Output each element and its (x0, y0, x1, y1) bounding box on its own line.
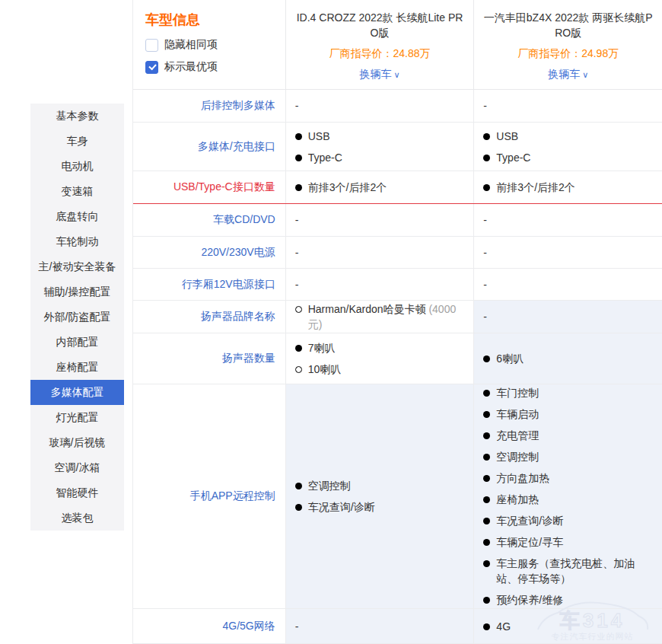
checkbox-label: 隐藏相同项 (164, 38, 218, 52)
spec-text: - (483, 309, 487, 324)
standard-bullet-icon (483, 432, 490, 439)
sidebar-item[interactable]: 座椅配置 (30, 355, 124, 380)
spec-text: - (483, 212, 487, 228)
standard-bullet-icon (483, 560, 490, 567)
row-label[interactable]: 4G/5G网络 (133, 609, 285, 643)
spec-item: - (295, 277, 468, 292)
row-label[interactable]: 行李厢12V电源接口 (133, 269, 285, 300)
spec-text: - (295, 212, 299, 228)
spec-item: - (483, 277, 656, 292)
spec-text: 6喇叭 (496, 351, 524, 366)
sidebar-item[interactable]: 底盘转向 (30, 204, 124, 229)
row-label[interactable]: 手机APP远程控制 (133, 384, 285, 608)
table-row: 220V/230V电源-- (133, 237, 662, 269)
table-header: 车型信息 隐藏相同项 标示最优项 ID.4 CROZZ 2022款 长续航Lit… (133, 0, 662, 90)
spec-item: 空调控制 (483, 449, 656, 464)
sidebar-item[interactable]: 基本参数 (30, 104, 124, 129)
spec-item: 4G (483, 619, 656, 634)
row-label[interactable]: 220V/230V电源 (133, 237, 285, 268)
spec-item: USB (295, 129, 468, 144)
checkbox-icon[interactable] (145, 39, 158, 52)
sidebar-item[interactable]: 外部/防盗配置 (30, 304, 124, 330)
spec-text: - (295, 245, 299, 260)
car-header-2: 一汽丰田bZ4X 2022款 两驱长续航PRO版 厂商指导价：24.98万 换辆… (473, 0, 662, 89)
checkbox-mark-best[interactable]: 标示最优项 (145, 60, 285, 74)
table-row: 车载CD/DVD-- (133, 204, 662, 237)
sidebar-item[interactable]: 主/被动安全装备 (30, 254, 124, 279)
spec-item: 座椅加热 (483, 492, 656, 507)
spec-text: 车主服务（查找充电桩、加油站、停车场等） (496, 556, 656, 586)
car-price: 厂商指导价：24.98万 (482, 47, 654, 61)
spec-cell: - (473, 301, 662, 333)
spec-text: 前排3个/后排2个 (496, 180, 574, 195)
sidebar-item[interactable]: 智能硬件 (30, 480, 124, 505)
table-row: 行李厢12V电源接口-- (133, 269, 662, 301)
car-name: 一汽丰田bZ4X 2022款 两驱长续航PRO版 (482, 10, 654, 40)
spec-text: Type-C (308, 150, 342, 165)
spec-cell: - (285, 269, 474, 300)
sidebar-item[interactable]: 车身 (30, 129, 124, 154)
spec-item: Harman/Kardon哈曼卡顿 (4000元) (295, 301, 468, 332)
sidebar-item[interactable]: 灯光配置 (30, 405, 124, 430)
spec-cell: - (285, 237, 474, 268)
checkbox-icon[interactable] (145, 61, 158, 74)
spec-text: 充电管理 (496, 428, 539, 443)
spec-text: 车况查询/诊断 (496, 513, 563, 528)
sidebar-item[interactable]: 内部配置 (30, 330, 124, 355)
spec-text: - (483, 277, 487, 292)
change-car-link[interactable]: 换辆车∨ (548, 68, 588, 81)
car-name: ID.4 CROZZ 2022款 长续航Lite PRO版 (294, 10, 466, 40)
sidebar-item[interactable]: 变速箱 (30, 179, 124, 204)
spec-item: 前排3个/后排2个 (295, 180, 468, 195)
spec-cell: 前排3个/后排2个 (473, 171, 662, 203)
spec-text: - (483, 98, 487, 113)
spec-cell: - (473, 90, 662, 122)
standard-bullet-icon (295, 155, 302, 161)
spec-cell: - (473, 204, 662, 236)
spec-cell: 4G (473, 609, 662, 643)
standard-bullet-icon (483, 496, 490, 503)
spec-text: 车辆定位/寻车 (496, 534, 563, 550)
row-label[interactable]: 扬声器品牌名称 (133, 301, 285, 333)
page: 基本参数车身电动机变速箱底盘转向车轮制动主/被动安全装备辅助/操控配置外部/防盗… (0, 0, 662, 644)
standard-bullet-icon (295, 504, 302, 511)
spec-cell: - (473, 269, 662, 300)
row-label[interactable]: 多媒体/充电接口 (133, 123, 285, 171)
spec-item: 空调控制 (295, 478, 468, 493)
row-label[interactable]: 扬声器数量 (133, 333, 285, 384)
change-car-link[interactable]: 换辆车∨ (360, 68, 400, 81)
spec-text: - (295, 277, 299, 292)
standard-bullet-icon (483, 184, 490, 191)
sidebar-item-active[interactable]: 多媒体配置 (30, 380, 124, 405)
row-label[interactable]: 后排控制多媒体 (133, 90, 285, 122)
spec-text: - (295, 619, 299, 634)
spec-text: 前排3个/后排2个 (308, 180, 387, 195)
sidebar-item[interactable]: 辅助/操控配置 (30, 279, 124, 304)
spec-text: 7喇叭 (308, 340, 336, 355)
optional-bullet-icon (295, 366, 302, 373)
standard-bullet-icon (483, 133, 490, 140)
comparison-table: 车型信息 隐藏相同项 标示最优项 ID.4 CROZZ 2022款 长续航Lit… (132, 0, 662, 644)
table-row: 手机APP远程控制空调控制车况查询/诊断车门控制车辆启动充电管理空调控制方向盘加… (133, 384, 662, 609)
row-label[interactable]: 车载CD/DVD (133, 204, 285, 236)
standard-bullet-icon (483, 355, 490, 362)
checkbox-hide-same[interactable]: 隐藏相同项 (145, 38, 285, 52)
spec-item: USB (483, 129, 656, 144)
spec-text: 车况查询/诊断 (308, 499, 375, 515)
table-row: 后排控制多媒体-- (133, 90, 662, 123)
optional-bullet-icon (295, 306, 302, 313)
sidebar-item[interactable]: 车轮制动 (30, 229, 124, 254)
car-price: 厂商指导价：24.88万 (294, 47, 466, 61)
sidebar-item[interactable]: 选装包 (30, 505, 124, 531)
spec-text: 空调控制 (496, 449, 539, 464)
sidebar-item[interactable]: 玻璃/后视镜 (30, 430, 124, 455)
sidebar-item[interactable]: 空调/冰箱 (30, 455, 124, 480)
spec-item: 方向盘加热 (483, 470, 656, 486)
spec-cell: 7喇叭10喇叭 (285, 333, 474, 384)
spec-price-note: (4000元) (308, 303, 457, 330)
row-label[interactable]: USB/Type-C接口数量 (133, 171, 285, 203)
standard-bullet-icon (483, 475, 490, 482)
car-header-1: ID.4 CROZZ 2022款 长续航Lite PRO版 厂商指导价：24.8… (285, 0, 474, 89)
sidebar-item[interactable]: 电动机 (30, 154, 124, 179)
spec-cell: - (285, 90, 474, 122)
